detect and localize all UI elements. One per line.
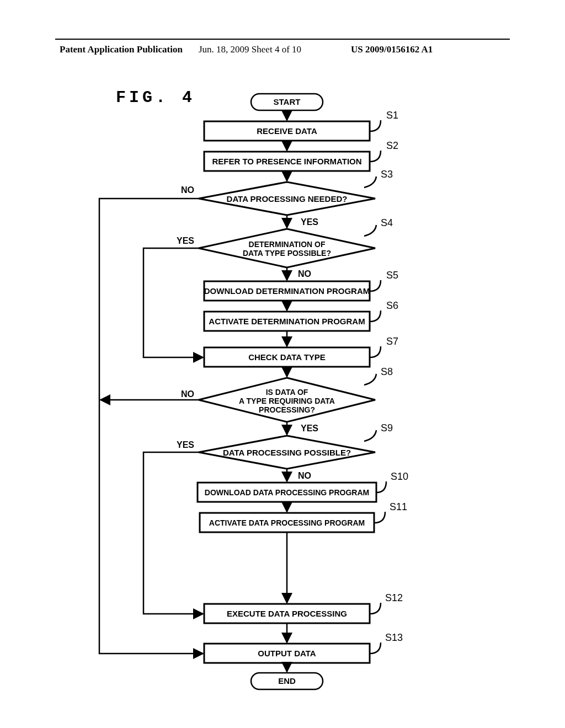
svg-text:DETERMINATION OF: DETERMINATION OF — [249, 240, 326, 249]
svg-text:NO: NO — [298, 269, 311, 279]
header-left: Patent Application Publication — [60, 44, 183, 55]
svg-text:EXECUTE DATA PROCESSING: EXECUTE DATA PROCESSING — [227, 609, 347, 618]
label-s9: S9 — [381, 422, 393, 433]
label-s5: S5 — [386, 270, 398, 281]
label-s6: S6 — [386, 300, 398, 311]
svg-text:YES: YES — [301, 217, 318, 227]
svg-text:DATA PROCESSING POSSIBLE?: DATA PROCESSING POSSIBLE? — [223, 448, 351, 457]
label-s13: S13 — [385, 632, 403, 643]
terminal-start-label: START — [274, 97, 301, 106]
svg-text:NO: NO — [298, 471, 311, 480]
label-s11: S11 — [390, 501, 407, 512]
label-s8: S8 — [381, 366, 393, 377]
label-s10: S10 — [391, 471, 408, 482]
svg-text:OUTPUT DATA: OUTPUT DATA — [258, 649, 316, 658]
svg-text:ACTIVATE DATA PROCESSING PROGR: ACTIVATE DATA PROCESSING PROGRAM — [209, 518, 365, 527]
svg-text:CHECK DATA TYPE: CHECK DATA TYPE — [248, 352, 326, 362]
svg-text:YES: YES — [177, 236, 194, 245]
svg-text:A TYPE REQUIRING DATA: A TYPE REQUIRING DATA — [239, 397, 335, 405]
header-middle: Jun. 18, 2009 Sheet 4 of 10 — [199, 44, 301, 55]
svg-text:DATA TYPE POSSIBLE?: DATA TYPE POSSIBLE? — [243, 249, 331, 258]
label-s12: S12 — [385, 592, 403, 603]
page: Patent Application Publication Jun. 18, … — [0, 0, 565, 728]
svg-text:DATA PROCESSING NEEDED?: DATA PROCESSING NEEDED? — [227, 194, 348, 204]
terminal-end-label: END — [278, 676, 296, 686]
svg-text:NO: NO — [181, 185, 194, 195]
svg-text:DOWNLOAD DATA PROCESSING PROGR: DOWNLOAD DATA PROCESSING PROGRAM — [205, 488, 369, 497]
svg-text:YES: YES — [177, 440, 194, 449]
header-right: US 2009/0156162 A1 — [351, 44, 433, 55]
label-s1: S1 — [386, 110, 398, 121]
label-s4: S4 — [381, 217, 393, 228]
svg-text:DOWNLOAD DETERMINATION PROGRAM: DOWNLOAD DETERMINATION PROGRAM — [204, 286, 370, 296]
label-s7: S7 — [386, 336, 398, 347]
label-s3: S3 — [381, 169, 393, 180]
svg-text:NO: NO — [181, 389, 194, 399]
header-rule — [55, 39, 510, 40]
svg-text:RECEIVE DATA: RECEIVE DATA — [257, 126, 317, 136]
svg-text:PROCESSING?: PROCESSING? — [259, 405, 315, 414]
flowchart: START RECEIVE DATA S1 REFER TO PRESENCE … — [77, 83, 486, 695]
label-s2: S2 — [386, 140, 398, 151]
svg-text:REFER TO PRESENCE INFORMATION: REFER TO PRESENCE INFORMATION — [212, 157, 361, 166]
svg-text:YES: YES — [301, 424, 318, 433]
svg-text:IS DATA OF: IS DATA OF — [266, 388, 308, 397]
svg-text:ACTIVATE DETERMINATION PROGRAM: ACTIVATE DETERMINATION PROGRAM — [209, 317, 365, 326]
